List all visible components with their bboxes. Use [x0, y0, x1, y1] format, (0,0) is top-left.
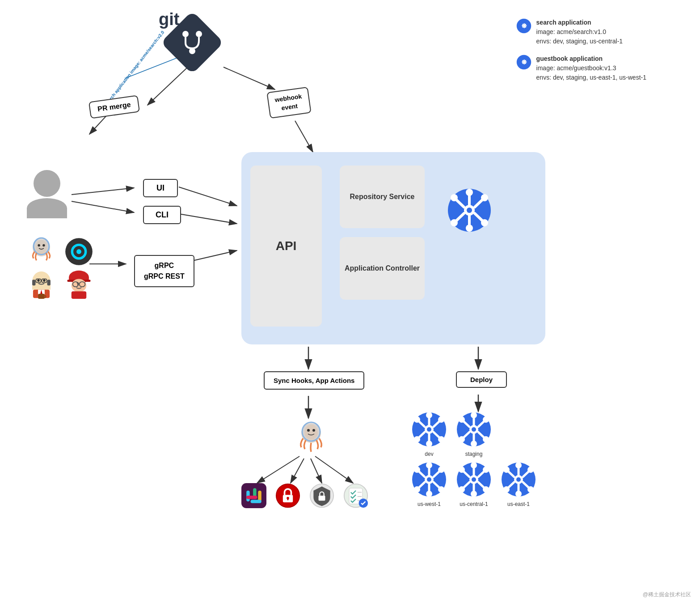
svg-line-10 — [295, 121, 313, 152]
svg-point-164 — [516, 477, 521, 482]
svg-rect-51 — [32, 280, 35, 285]
svg-point-76 — [451, 219, 458, 226]
svg-point-161 — [459, 467, 465, 473]
repo-service-label: Repository Service — [350, 192, 415, 202]
svg-line-16 — [311, 459, 322, 483]
sync-hooks-label: Sync Hooks, App Actions — [274, 377, 354, 384]
svg-point-115 — [414, 436, 420, 442]
search-app-text: search application image: acme/search:v1… — [536, 18, 623, 46]
svg-rect-89 — [251, 500, 261, 503]
svg-point-143 — [438, 486, 444, 493]
svg-point-160 — [459, 486, 465, 493]
guestbook-app-text: guestbook application image: acme/guestb… — [536, 54, 646, 82]
repo-service-box: Repository Service — [340, 166, 425, 228]
pr-merge-box: PR merge — [89, 95, 140, 119]
app-controller-label: Application Controller — [345, 263, 420, 273]
ui-box: UI — [143, 179, 178, 197]
tekton-icon: T — [64, 270, 93, 299]
svg-point-36 — [38, 244, 40, 246]
cli-box: CLI — [143, 206, 181, 224]
shield-lock-icon — [309, 483, 334, 510]
svg-point-73 — [481, 194, 488, 201]
git-text: git — [159, 10, 179, 29]
api-box: API — [250, 166, 322, 327]
svg-point-21 — [182, 31, 189, 37]
git-logo: git — [163, 13, 221, 73]
svg-point-157 — [483, 467, 489, 473]
svg-point-144 — [426, 491, 432, 497]
k8s-row-1: dev — [411, 412, 536, 457]
svg-text:⎈: ⎈ — [521, 57, 527, 66]
svg-point-156 — [471, 462, 477, 468]
argo-mascot-center — [293, 420, 329, 458]
svg-point-159 — [471, 491, 477, 497]
svg-point-128 — [483, 436, 489, 442]
k8s-us-east-1: us-east-1 — [501, 462, 536, 507]
svg-point-174 — [515, 491, 522, 497]
svg-rect-52 — [47, 280, 51, 285]
k8s-clusters-container: dev — [411, 412, 536, 512]
sync-hooks-box: Sync Hooks, App Actions — [264, 371, 364, 390]
svg-point-111 — [426, 412, 432, 418]
svg-point-158 — [483, 486, 489, 493]
svg-line-2 — [72, 201, 134, 212]
k8s-us-west-1-label: us-west-1 — [411, 501, 447, 507]
k8s-us-east-1-label: us-east-1 — [501, 501, 536, 507]
k8s-main-icon — [447, 188, 492, 234]
svg-point-72 — [466, 189, 473, 196]
webhook-label: webhookevent — [274, 93, 302, 111]
svg-point-35 — [34, 239, 48, 253]
user-icon — [27, 170, 67, 218]
jenkins-icon — [27, 270, 56, 299]
k8s-search-icon: ⎈ — [516, 18, 532, 34]
svg-line-4 — [179, 214, 237, 224]
svg-point-129 — [471, 441, 477, 447]
svg-point-46 — [37, 279, 40, 282]
svg-point-175 — [503, 486, 510, 493]
svg-point-119 — [472, 427, 476, 432]
svg-point-114 — [426, 441, 432, 447]
svg-point-173 — [527, 486, 534, 493]
svg-line-14 — [257, 456, 299, 483]
k8s-dev: dev — [411, 412, 447, 457]
tool-icons-container: T — [27, 237, 98, 299]
svg-point-83 — [312, 429, 315, 432]
k8s-us-west-1: us-west-1 — [411, 462, 447, 507]
svg-point-37 — [42, 244, 45, 246]
svg-text:T: T — [76, 282, 79, 286]
slack-icon — [241, 483, 266, 510]
user-head — [34, 170, 60, 197]
svg-point-47 — [43, 279, 46, 282]
svg-point-142 — [438, 467, 444, 473]
bottom-icons-row — [241, 483, 368, 510]
app-info-container: ⎈ search application image: acme/search:… — [516, 18, 646, 90]
webhook-box: webhookevent — [266, 87, 311, 119]
svg-point-75 — [466, 225, 473, 232]
guestbook-app-info: ⎈ guestbook application image: acme/gues… — [516, 54, 646, 82]
svg-line-3 — [179, 187, 237, 206]
svg-point-82 — [307, 429, 310, 432]
svg-point-141 — [426, 462, 432, 468]
svg-rect-88 — [246, 496, 257, 499]
k8s-guestbook-icon: ⎈ — [516, 54, 532, 70]
svg-rect-62 — [72, 291, 86, 299]
svg-point-113 — [438, 436, 444, 442]
deploy-label: Deploy — [470, 376, 493, 383]
argo-icon — [27, 237, 56, 266]
grpc-rest-box: gRPCgRPC REST — [134, 255, 194, 287]
k8s-staging: staging — [456, 412, 492, 457]
k8s-row-2: us-west-1 — [411, 462, 536, 507]
watermark: @稀土掘金技术社区 — [643, 591, 691, 599]
circleci-icon — [64, 237, 93, 266]
svg-point-172 — [527, 467, 534, 473]
svg-line-17 — [315, 456, 353, 483]
svg-point-149 — [472, 477, 476, 482]
svg-point-22 — [196, 31, 202, 37]
ui-label: UI — [156, 183, 164, 192]
svg-point-65 — [467, 208, 472, 213]
svg-point-146 — [414, 467, 420, 473]
svg-rect-93 — [287, 498, 289, 501]
k8s-us-central-1: us-central-1 — [456, 462, 492, 507]
svg-text:⎈: ⎈ — [521, 21, 527, 30]
svg-line-9 — [223, 67, 275, 89]
